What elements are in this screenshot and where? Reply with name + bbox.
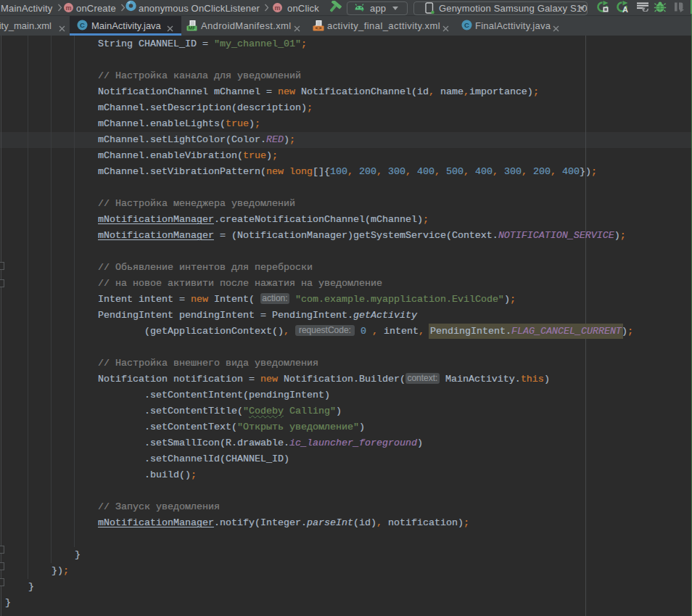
svg-text:m: m bbox=[274, 4, 280, 12]
svg-text:C: C bbox=[80, 21, 85, 29]
svg-text:C: C bbox=[464, 21, 469, 29]
svg-text:m: m bbox=[65, 4, 71, 12]
svg-text:MF: MF bbox=[188, 25, 196, 30]
svg-text:A: A bbox=[622, 5, 628, 13]
svg-text:<>: <> bbox=[316, 25, 322, 31]
